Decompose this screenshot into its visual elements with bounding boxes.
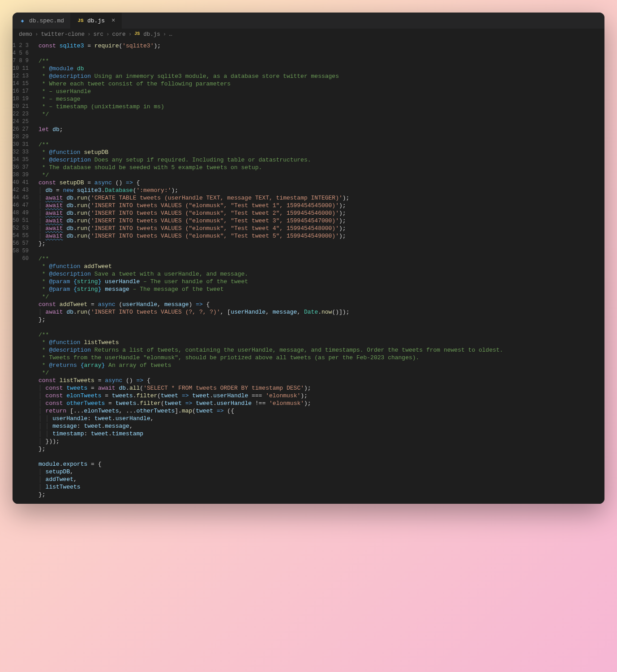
tab-db-spec[interactable]: ◆ db.spec.md [13, 13, 71, 29]
javascript-icon: JS [134, 31, 141, 38]
tab-label: db.spec.md [29, 17, 64, 24]
tab-db-js[interactable]: JS db.js × [71, 13, 122, 29]
crumb-segment[interactable]: demo [19, 31, 32, 38]
markdown-icon: ◆ [19, 17, 26, 24]
tab-bar: ◆ db.spec.md JS db.js × [13, 13, 604, 29]
tab-label: db.js [87, 17, 105, 24]
crumb-segment[interactable]: twitter-clone [41, 31, 85, 38]
close-icon[interactable]: × [111, 17, 115, 24]
breadcrumb[interactable]: demo › twitter-clone › src › core › JS d… [13, 29, 604, 40]
crumb-file[interactable]: db.js [143, 31, 160, 38]
crumb-trail: … [169, 31, 172, 38]
line-number-gutter: 1 2 3 4 5 6 7 8 9 10 11 12 13 14 15 16 1… [13, 40, 34, 504]
code-editor[interactable]: 1 2 3 4 5 6 7 8 9 10 11 12 13 14 15 16 1… [13, 40, 604, 504]
chevron-right-icon: › [163, 31, 167, 38]
chevron-right-icon: › [35, 31, 39, 38]
crumb-segment[interactable]: src [94, 31, 104, 38]
chevron-right-icon: › [129, 31, 132, 38]
crumb-segment[interactable]: core [112, 31, 126, 38]
javascript-icon: JS [77, 17, 84, 24]
editor-window: ◆ db.spec.md JS db.js × demo › twitter-c… [13, 13, 604, 504]
chevron-right-icon: › [106, 31, 110, 38]
chevron-right-icon: › [87, 31, 91, 38]
code-content[interactable]: const sqlite3 = require('sqlite3'); /** … [34, 40, 604, 504]
